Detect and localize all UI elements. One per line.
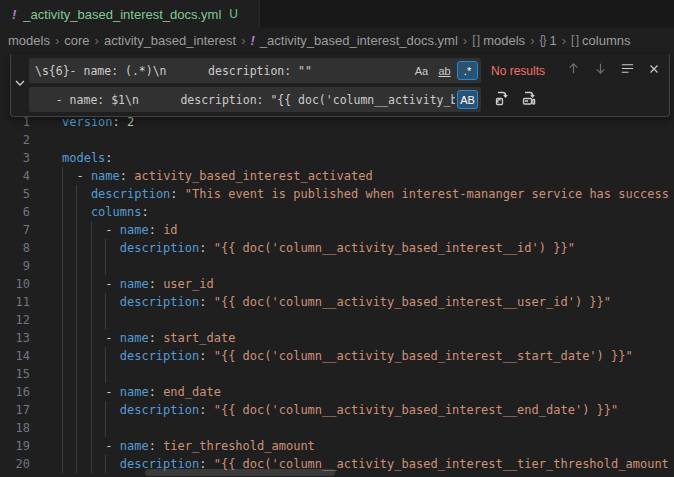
breadcrumb-item-models[interactable]: models [8, 33, 50, 48]
code-line[interactable]: 2 [0, 131, 674, 149]
code-line[interactable]: 6columns: [0, 203, 674, 221]
code-text [62, 365, 120, 383]
breadcrumb-label: core [64, 33, 89, 48]
breadcrumb-item-1[interactable]: {}1 [539, 33, 556, 48]
indent-guide [105, 365, 119, 383]
replace-button[interactable] [491, 89, 513, 111]
line-number: 7 [0, 221, 30, 239]
previous-match-button[interactable] [562, 60, 584, 82]
indent-guide [62, 365, 76, 383]
find-status: No results [491, 64, 545, 78]
breadcrumb-separator: › [95, 33, 99, 48]
indent-guide [62, 275, 76, 293]
code-line[interactable]: 11description: "{{ doc('column__activity… [0, 293, 674, 311]
code-line[interactable]: 12 [0, 311, 674, 329]
code-text: - name: activity_based_interest_activate… [62, 167, 373, 185]
indent-guide [91, 401, 105, 419]
indent-guide [91, 275, 105, 293]
indent-guide [62, 455, 76, 473]
indent-guide [76, 365, 90, 383]
selection-lines-icon [620, 61, 635, 80]
toggle-replace-button[interactable] [11, 58, 29, 112]
close-icon [647, 62, 661, 80]
code-line[interactable]: 16- name: end_date [0, 383, 674, 401]
indent-guide [76, 311, 90, 329]
code-line[interactable]: 15 [0, 365, 674, 383]
git-untracked-badge: U [229, 7, 238, 21]
editor-tab[interactable]: ! _activity_based_interest_docs.yml U [0, 0, 260, 28]
indent-guide [76, 437, 90, 455]
indent-guide [62, 221, 76, 239]
code-line[interactable]: 9 [0, 257, 674, 275]
code-line[interactable]: 19- name: tier_threshold_amount [0, 437, 674, 455]
indent-guide [76, 419, 90, 437]
code-area[interactable]: 1version: 223models:4- name: activity_ba… [0, 113, 674, 473]
replace-all-button[interactable] [518, 89, 540, 111]
indent-guide [76, 293, 90, 311]
regex-button[interactable]: .* [457, 61, 478, 80]
code-text: description: "{{ doc('column__activity_b… [62, 347, 633, 365]
breadcrumb: models›core›activity_based_interest›!_ac… [0, 28, 674, 52]
symbol-array-icon: [ ] [571, 33, 578, 47]
code-line[interactable]: 20description: "{{ doc('column__activity… [0, 455, 674, 473]
indent-guide [62, 383, 76, 401]
indent-guide [76, 185, 90, 203]
breadcrumb-item-_activity_based_interest_docs.yml[interactable]: !_activity_based_interest_docs.yml [251, 33, 458, 48]
indent-guide [76, 347, 90, 365]
code-line[interactable]: 10- name: user_id [0, 275, 674, 293]
replace-icon [494, 90, 510, 110]
code-line[interactable]: 17description: "{{ doc('column__activity… [0, 401, 674, 419]
code-line[interactable]: 8description: "{{ doc('column__activity_… [0, 239, 674, 257]
code-text: columns: [62, 203, 149, 221]
preserve-case-button[interactable]: AB [457, 90, 478, 109]
yaml-file-icon: ! [12, 7, 16, 22]
line-number: 20 [0, 455, 30, 473]
chevron-down-icon [13, 76, 27, 94]
indent-guide [91, 329, 105, 347]
arrow-up-icon [566, 61, 581, 80]
code-line[interactable]: 14description: "{{ doc('column__activity… [0, 347, 674, 365]
breadcrumb-label: _activity_based_interest_docs.yml [260, 33, 458, 48]
next-match-button[interactable] [589, 60, 611, 82]
line-number: 4 [0, 167, 30, 185]
line-number: 13 [0, 329, 30, 347]
indent-guide [105, 239, 119, 257]
code-line[interactable]: 5description: "This event is published w… [0, 185, 674, 203]
breadcrumb-label: activity_based_interest [104, 33, 236, 48]
match-case-button[interactable]: Aa [411, 61, 432, 80]
close-find-button[interactable] [643, 60, 665, 82]
code-text: - name: id [62, 221, 178, 239]
replace-input[interactable]: - name: $1\n description: "{{ doc('colum… [29, 87, 481, 112]
code-line[interactable]: 7- name: id [0, 221, 674, 239]
breadcrumb-item-columns[interactable]: [ ]columns [571, 33, 630, 48]
breadcrumb-item-models[interactable]: [ ]models [472, 33, 525, 48]
code-line[interactable]: 4- name: activity_based_interest_activat… [0, 167, 674, 185]
breadcrumb-label: columns [582, 33, 630, 48]
line-number: 18 [0, 419, 30, 437]
find-in-selection-button[interactable] [616, 60, 638, 82]
line-number: 11 [0, 293, 30, 311]
breadcrumb-separator: › [463, 33, 467, 48]
line-number: 9 [0, 257, 30, 275]
breadcrumb-label: 1 [549, 33, 556, 48]
whole-word-button[interactable]: ab [434, 61, 455, 80]
indent-guide [91, 257, 105, 275]
indent-guide [105, 257, 119, 275]
breadcrumb-separator: › [241, 33, 245, 48]
breadcrumb-item-activity_based_interest[interactable]: activity_based_interest [104, 33, 236, 48]
indent-guide [76, 401, 90, 419]
horizontal-scrollbar[interactable] [145, 469, 335, 476]
replace-all-icon [521, 90, 537, 110]
yaml-file-icon: ! [251, 33, 255, 48]
symbol-array-icon: [ ] [472, 33, 479, 47]
find-replace-widget: \s{6}- name: (.*)\n description: "" Aa a… [10, 54, 670, 117]
indent-guide [76, 221, 90, 239]
code-line[interactable]: 3models: [0, 149, 674, 167]
indent-guide [91, 239, 105, 257]
code-line[interactable]: 13- name: start_date [0, 329, 674, 347]
breadcrumb-item-core[interactable]: core [64, 33, 89, 48]
find-input[interactable]: \s{6}- name: (.*)\n description: "" Aa a… [29, 58, 481, 83]
indent-guide [62, 239, 76, 257]
code-text: models: [62, 149, 113, 167]
code-line[interactable]: 18 [0, 419, 674, 437]
